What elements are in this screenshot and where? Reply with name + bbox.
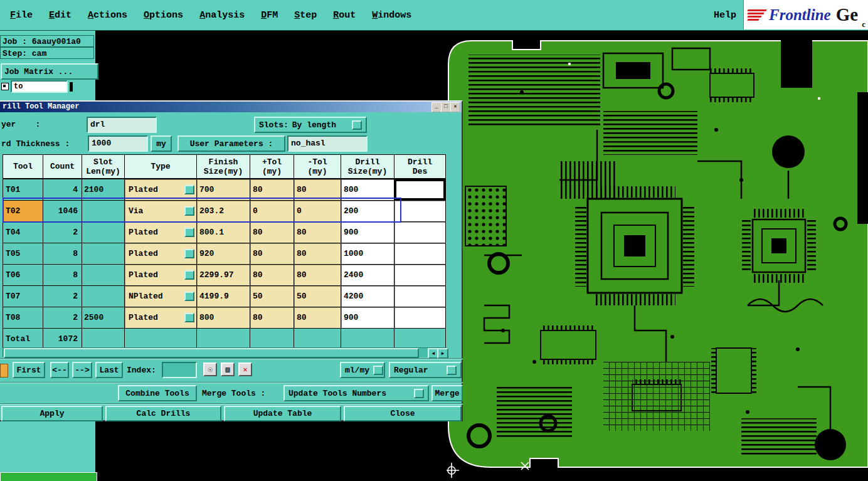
pcb-viewport[interactable] — [447, 36, 868, 481]
plus-tol-cell[interactable]: 80 — [250, 222, 294, 243]
drill-size-cell[interactable]: 200 — [341, 201, 394, 222]
menu-file[interactable]: File — [10, 10, 33, 21]
drill-size-cell[interactable]: 800 — [341, 179, 394, 201]
slot-len-cell[interactable] — [82, 201, 125, 222]
bulb-icon[interactable]: ☉ — [203, 362, 217, 376]
drill-des-cell[interactable] — [394, 307, 446, 329]
tool-cell[interactable]: T06 — [3, 265, 43, 286]
plus-tol-cell[interactable]: 50 — [250, 286, 294, 307]
finish-size-cell[interactable]: 800.1 — [197, 222, 250, 243]
pattern-icon[interactable]: ▨ — [221, 362, 235, 376]
type-dropdown[interactable]: NPlated — [129, 292, 196, 301]
plus-tol-cell[interactable]: 80 — [250, 265, 294, 286]
slots-dropdown[interactable]: Slots: By length — [254, 117, 367, 133]
drill-des-cell[interactable] — [394, 243, 446, 265]
checkbox-icon[interactable] — [1, 83, 9, 90]
menu-help[interactable]: Help — [714, 10, 736, 21]
mode-dropdown[interactable]: Regular — [389, 362, 462, 378]
board-thickness-input[interactable]: 1000 — [88, 135, 148, 152]
drill-des-cell[interactable] — [394, 222, 446, 243]
drill-size-cell[interactable]: 900 — [341, 222, 394, 243]
drill-des-cell[interactable] — [394, 201, 446, 222]
thickness-units[interactable]: my — [151, 135, 172, 152]
tool-cell[interactable]: T07 — [3, 286, 43, 307]
minimize-icon[interactable]: _ — [431, 102, 442, 112]
plus-tol-cell[interactable]: 80 — [250, 179, 294, 201]
finish-size-cell[interactable]: 800 — [197, 307, 250, 329]
finish-size-cell[interactable]: 920 — [197, 243, 250, 265]
update-tools-dropdown[interactable]: Update Tools Numbers — [283, 385, 429, 401]
menu-step[interactable]: Step — [294, 10, 317, 21]
type-cell[interactable]: Plated — [125, 243, 197, 265]
tool-cell[interactable]: T05 — [3, 243, 43, 265]
slot-len-cell[interactable]: 2500 — [82, 307, 125, 329]
slot-len-cell[interactable] — [82, 222, 125, 243]
type-dropdown[interactable]: Plated — [129, 313, 196, 322]
last-button[interactable]: Last — [95, 362, 123, 378]
user-parameters-button[interactable]: User Parameters : — [177, 135, 285, 152]
close-button[interactable]: Close — [344, 406, 462, 421]
drill-size-cell[interactable]: 2400 — [341, 265, 394, 286]
combine-tools-button[interactable]: Combine Tools — [118, 385, 197, 401]
menu-analysis[interactable]: Analysis — [199, 10, 245, 21]
tool-cell[interactable]: T04 — [3, 222, 43, 243]
prev-button[interactable]: <-- — [50, 362, 69, 378]
tool-cell[interactable]: T01 — [3, 179, 43, 201]
plus-tol-cell[interactable]: 0 — [250, 201, 294, 222]
tool-cell[interactable]: T08 — [3, 307, 43, 329]
minus-tol-cell[interactable]: 0 — [294, 201, 341, 222]
job-matrix-button[interactable]: Job Matrix ... — [1, 63, 98, 80]
drill-des-cell[interactable] — [394, 286, 446, 307]
drill-size-cell[interactable]: 1000 — [341, 243, 394, 265]
calc-drills-button[interactable]: Calc Drills — [105, 406, 221, 421]
minus-tol-cell[interactable]: 80 — [294, 179, 341, 201]
type-cell[interactable]: Plated — [125, 222, 197, 243]
scroll-right-icon[interactable]: ► — [437, 348, 448, 359]
merge-button[interactable]: Merge — [431, 385, 463, 401]
minus-tol-cell[interactable]: 80 — [294, 307, 341, 329]
menu-options[interactable]: Options — [144, 10, 183, 21]
drill-des-cell[interactable] — [394, 179, 446, 201]
type-dropdown[interactable]: Plated — [129, 249, 196, 258]
minus-tol-cell[interactable]: 50 — [294, 286, 341, 307]
minus-tol-cell[interactable]: 80 — [294, 243, 341, 265]
type-cell[interactable]: NPlated — [125, 286, 197, 307]
tool-cell[interactable]: T02 — [3, 201, 43, 222]
drill-size-cell[interactable]: 900 — [341, 307, 394, 329]
layer-list-item[interactable] — [0, 472, 97, 481]
finish-size-cell[interactable]: 203.2 — [197, 201, 250, 222]
maximize-icon[interactable]: □ — [441, 102, 451, 112]
type-dropdown[interactable]: Plated — [129, 270, 196, 280]
type-dropdown[interactable]: Via — [129, 206, 196, 216]
close-icon[interactable]: ✕ — [450, 102, 460, 112]
menu-actions[interactable]: Actions — [88, 10, 127, 21]
index-input[interactable] — [162, 362, 197, 378]
units-dropdown[interactable]: ml/my — [340, 362, 385, 378]
minus-tol-cell[interactable]: 80 — [294, 265, 341, 286]
menu-rout[interactable]: Rout — [333, 10, 356, 21]
drill-des-cell[interactable] — [394, 265, 446, 286]
type-cell[interactable]: Plated — [125, 265, 197, 286]
apply-button[interactable]: Apply — [1, 406, 103, 421]
minus-tol-cell[interactable]: 80 — [294, 222, 341, 243]
to-field[interactable]: to — [11, 80, 68, 93]
dialog-titlebar[interactable]: rill Tool Manager _ □ ✕ — [0, 102, 462, 112]
mini-slider[interactable] — [70, 82, 73, 92]
menu-edit[interactable]: Edit — [49, 10, 71, 21]
type-cell[interactable]: Plated — [125, 307, 197, 329]
type-dropdown[interactable]: Plated — [129, 185, 196, 194]
next-button[interactable]: --> — [72, 362, 92, 378]
slot-len-cell[interactable]: 2100 — [82, 179, 125, 201]
menu-dfm[interactable]: DFM — [261, 10, 278, 21]
slot-len-cell[interactable] — [82, 243, 125, 265]
type-dropdown[interactable]: Plated — [129, 228, 196, 237]
slot-len-cell[interactable] — [82, 265, 125, 286]
delete-icon[interactable]: ✕ — [238, 362, 252, 376]
drill-size-cell[interactable]: 4200 — [341, 286, 394, 307]
plus-tol-cell[interactable]: 80 — [250, 243, 294, 265]
first-button[interactable]: First — [13, 362, 45, 378]
user-parameters-input[interactable]: no_hasl — [287, 135, 368, 152]
scrollbar-thumb[interactable] — [4, 348, 419, 358]
finish-size-cell[interactable]: 2299.97 — [197, 265, 250, 286]
menu-windows[interactable]: Windows — [372, 10, 411, 21]
